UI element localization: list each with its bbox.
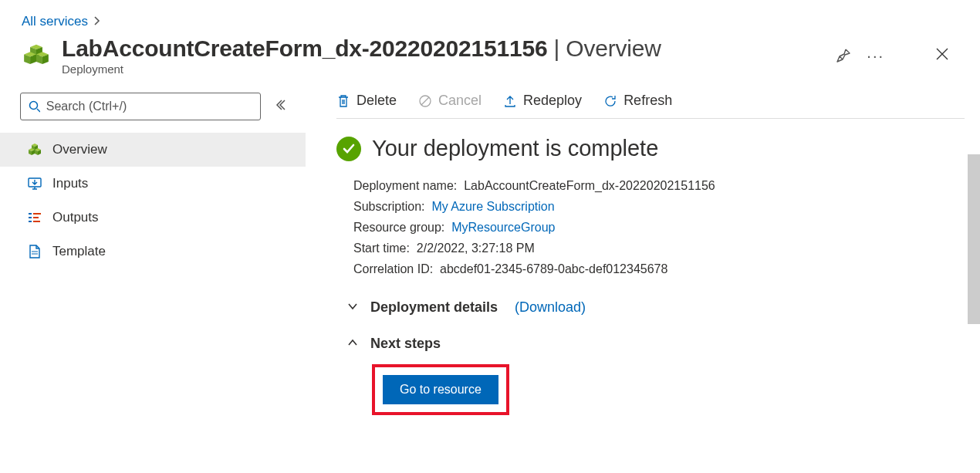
close-icon[interactable] [931,42,954,69]
cubes-icon [28,143,42,157]
title-name: LabAccountCreateForm_dx-20220202151156 [62,35,547,61]
sidebar-item-label: Inputs [52,176,88,191]
start-time-value: 2/2/2022, 3:27:18 PM [417,242,535,255]
delete-button[interactable]: Delete [336,93,397,109]
deployment-name-value: LabAccountCreateForm_dx-20220202151156 [464,179,715,192]
cancel-button: Cancel [418,93,482,109]
page-title: LabAccountCreateForm_dx-20220202151156 |… [62,35,825,62]
sidebar-item-label: Overview [52,142,107,157]
redeploy-button[interactable]: Redeploy [503,93,582,109]
sidebar-item-label: Template [52,244,106,259]
breadcrumb-all-services[interactable]: All services [22,14,88,29]
svg-point-9 [30,102,38,110]
download-link[interactable]: (Download) [515,299,586,316]
main-content: Delete Cancel Redeploy Refresh Your depl… [306,93,980,415]
chevron-right-icon [94,15,100,28]
collapse-sidebar-icon[interactable] [275,100,286,113]
sidebar-item-outputs[interactable]: Outputs [0,201,306,235]
deployment-name-label: Deployment name: [353,175,457,196]
deployment-details-toggle[interactable]: Deployment details (Download) [347,299,965,316]
search-input-wrap[interactable] [20,93,261,120]
correlation-id-label: Correlation ID: [353,258,433,279]
subscription-link[interactable]: My Azure Subscription [431,200,554,213]
start-time-label: Start time: [353,238,410,258]
breadcrumb: All services [0,0,980,35]
title-suffix: | Overview [547,35,661,61]
trash-icon [336,94,350,108]
status-title: Your deployment is complete [372,136,658,161]
toolbar: Delete Cancel Redeploy Refresh [336,93,965,119]
chevron-down-icon [347,299,360,316]
refresh-button[interactable]: Refresh [603,93,672,109]
deployment-resource-icon [22,41,51,70]
page-header: LabAccountCreateForm_dx-20220202151156 |… [0,35,980,79]
go-to-resource-button[interactable]: Go to resource [383,375,498,404]
search-input[interactable] [46,100,252,113]
correlation-id-value: abcdef01-2345-6789-0abc-def012345678 [440,262,667,275]
sidebar: Overview Inputs Outputs Template [0,93,306,415]
subscription-label: Subscription: [353,196,425,217]
list-bars-icon [28,211,42,225]
resource-group-label: Resource group: [353,217,444,238]
go-to-resource-highlight: Go to resource [372,364,509,415]
success-check-icon [336,137,361,161]
more-icon[interactable]: ··· [867,47,884,65]
monitor-down-icon [28,177,42,191]
section-label: Deployment details [370,299,498,316]
chevron-up-icon [347,336,360,352]
refresh-icon [603,94,617,108]
sidebar-item-label: Outputs [52,210,99,225]
deployment-details: Deployment name: LabAccountCreateForm_dx… [336,175,965,279]
document-icon [28,245,42,258]
scrollbar[interactable] [968,154,980,324]
pin-icon[interactable] [836,48,851,63]
sidebar-item-inputs[interactable]: Inputs [0,167,306,201]
redeploy-icon [503,94,517,108]
sidebar-item-overview[interactable]: Overview [0,133,306,167]
sidebar-item-template[interactable]: Template [0,235,306,269]
page-subtitle: Deployment [62,63,825,76]
search-icon [29,100,40,113]
cancel-icon [418,94,432,108]
section-label: Next steps [370,336,441,352]
next-steps-toggle[interactable]: Next steps [347,336,965,352]
resource-group-link[interactable]: MyResourceGroup [451,221,555,234]
